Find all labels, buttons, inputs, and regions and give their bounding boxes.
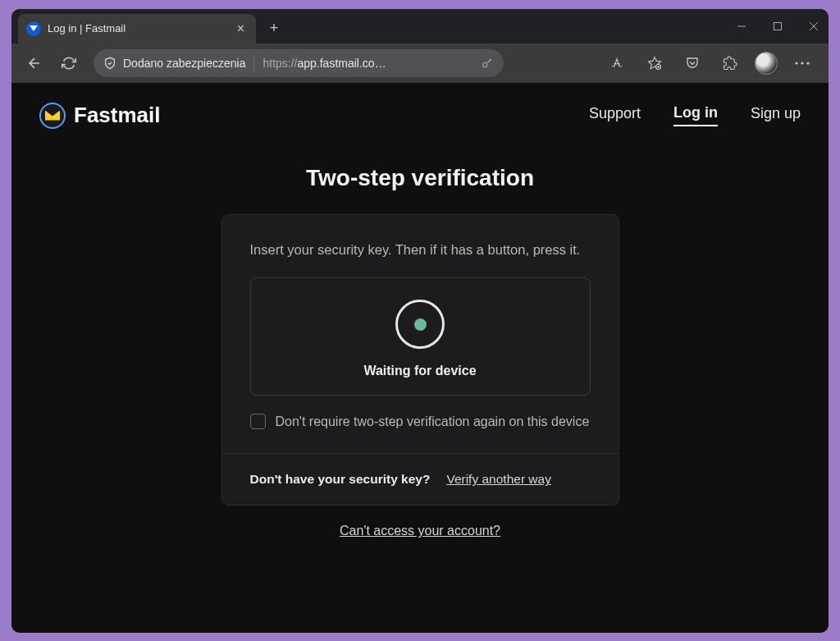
- main-area: Two-step verification Insert your securi…: [11, 149, 829, 539]
- remember-device-checkbox[interactable]: [250, 414, 266, 429]
- svg-point-9: [806, 62, 809, 64]
- verification-card: Insert your security key. Then if it has…: [221, 214, 619, 506]
- browser-window: Log in | Fastmail × + Dodano zabezpi: [11, 9, 829, 633]
- verify-another-way-link[interactable]: Verify another way: [446, 472, 551, 487]
- browser-tab[interactable]: Log in | Fastmail ×: [18, 14, 256, 43]
- nav-login[interactable]: Log in: [673, 104, 718, 126]
- fastmail-favicon: [26, 21, 41, 36]
- site-security[interactable]: Dodano zabezpieczenia: [103, 57, 245, 70]
- footer-question: Don't have your security key?: [250, 472, 431, 487]
- close-window-icon[interactable]: [807, 20, 820, 33]
- spinner-icon: [395, 300, 445, 349]
- remember-device-label[interactable]: Don't require two-step verification agai…: [276, 412, 590, 432]
- waiting-text: Waiting for device: [363, 364, 476, 378]
- nav-signup[interactable]: Sign up: [751, 105, 801, 126]
- page-title: Two-step verification: [306, 165, 534, 191]
- security-label: Dodano zabezpieczenia: [123, 57, 245, 70]
- svg-point-8: [801, 62, 803, 64]
- key-icon[interactable]: [481, 57, 494, 70]
- address-bar: Dodano zabezpieczenia https://app.fastma…: [11, 43, 829, 83]
- read-aloud-icon[interactable]: [604, 50, 630, 76]
- svg-rect-1: [774, 22, 782, 30]
- page-content: Fastmail Support Log in Sign up Two-step…: [11, 83, 829, 633]
- new-tab-button[interactable]: +: [261, 16, 287, 42]
- profile-avatar[interactable]: [755, 52, 778, 75]
- minimize-icon[interactable]: [735, 20, 748, 33]
- separator: [253, 55, 254, 71]
- cant-access-account-link[interactable]: Can't access your account?: [340, 524, 500, 538]
- remember-device-row: Don't require two-step verification agai…: [250, 412, 591, 432]
- browser-titlebar: Log in | Fastmail × +: [11, 9, 829, 43]
- favorites-icon[interactable]: [641, 50, 668, 76]
- url-text: https://app.fastmail.co…: [262, 57, 386, 70]
- brand-name: Fastmail: [74, 103, 161, 128]
- url-box[interactable]: Dodano zabezpieczenia https://app.fastma…: [94, 49, 504, 77]
- svg-point-7: [795, 62, 797, 64]
- close-tab-icon[interactable]: ×: [234, 21, 248, 36]
- back-button[interactable]: [20, 48, 49, 78]
- extensions-icon[interactable]: [717, 50, 743, 76]
- pocket-icon[interactable]: [679, 50, 705, 76]
- window-controls: [735, 9, 820, 43]
- tab-title: Log in | Fastmail: [48, 22, 227, 34]
- maximize-icon[interactable]: [771, 20, 784, 33]
- fastmail-logo-icon: [39, 103, 66, 129]
- nav-support[interactable]: Support: [589, 105, 641, 126]
- svg-point-4: [483, 62, 487, 66]
- page-header: Fastmail Support Log in Sign up: [11, 83, 829, 149]
- refresh-button[interactable]: [54, 48, 84, 78]
- header-nav: Support Log in Sign up: [589, 104, 801, 126]
- more-icon[interactable]: [789, 50, 815, 76]
- device-wait-box: Waiting for device: [250, 277, 591, 396]
- instruction-text: Insert your security key. Then if it has…: [250, 240, 591, 260]
- card-footer: Don't have your security key? Verify ano…: [222, 453, 619, 505]
- fastmail-logo[interactable]: Fastmail: [39, 103, 161, 129]
